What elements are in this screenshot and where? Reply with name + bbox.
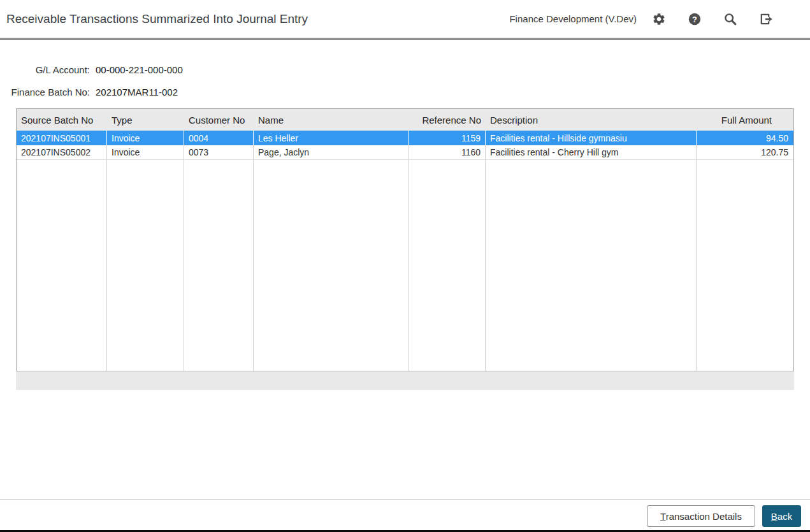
header-icon-group: ? [652, 12, 773, 26]
finance-batch-field: Finance Batch No: 202107MAR11-002 [5, 87, 178, 97]
cell-full-amount[interactable]: 94.50 [697, 131, 793, 145]
empty-cell [184, 160, 254, 371]
grid-row[interactable]: 202107INS05002 Invoice 0073 Page, Jaclyn… [17, 145, 793, 160]
cell-source-batch-no[interactable]: 202107INS05002 [17, 145, 107, 159]
cell-name[interactable]: Les Heller [254, 131, 409, 145]
search-icon[interactable] [723, 12, 737, 26]
empty-cell [254, 160, 409, 371]
transactions-grid: Source Batch No Type Customer No Name Re… [16, 108, 794, 371]
finance-batch-label: Finance Batch No: [5, 87, 90, 97]
cell-full-amount[interactable]: 120.75 [697, 145, 793, 159]
gl-account-label: G/L Account: [5, 64, 90, 75]
cell-reference-no[interactable]: 1160 [409, 145, 486, 159]
empty-cell [409, 160, 486, 371]
column-header-description[interactable]: Description [486, 115, 697, 126]
header-divider [0, 38, 810, 40]
cell-source-batch-no[interactable]: 202107INS05001 [17, 131, 107, 145]
svg-text:?: ? [692, 14, 697, 24]
cell-type[interactable]: Invoice [107, 145, 184, 159]
settings-icon[interactable] [652, 12, 666, 26]
column-header-customer-no[interactable]: Customer No [184, 115, 254, 126]
header-actions: Finance Development (V.Dev) ? [509, 0, 773, 38]
cell-customer-no[interactable]: 0073 [184, 145, 254, 159]
empty-cell [697, 160, 793, 371]
app-window: Receivable Transactions Summarized Into … [0, 0, 810, 532]
gl-account-field: G/L Account: 00-000-221-000-000 [5, 64, 183, 75]
cell-type[interactable]: Invoice [107, 131, 184, 145]
cell-description[interactable]: Facilities rental - Cherry Hill gym [486, 145, 697, 159]
footer-divider [0, 499, 810, 500]
environment-label: Finance Development (V.Dev) [509, 13, 637, 24]
cell-name[interactable]: Page, Jaclyn [254, 145, 409, 159]
cell-customer-no[interactable]: 0004 [184, 131, 254, 145]
column-header-source-batch-no[interactable]: Source Batch No [17, 115, 107, 126]
empty-cell [486, 160, 697, 371]
cell-reference-no[interactable]: 1159 [409, 131, 486, 145]
empty-cell [17, 160, 107, 371]
grid-row-selected[interactable]: 202107INS05001 Invoice 0004 Les Heller 1… [17, 131, 793, 145]
grid-empty-area [17, 160, 793, 371]
gl-account-value: 00-000-221-000-000 [96, 64, 183, 75]
grid-header-row: Source Batch No Type Customer No Name Re… [17, 109, 793, 131]
grid-scrollbar-strip [16, 372, 794, 390]
header-bar: Receivable Transactions Summarized Into … [0, 0, 810, 38]
signout-icon[interactable] [759, 12, 773, 26]
transaction-details-button[interactable]: Transaction Details [647, 505, 755, 527]
column-header-name[interactable]: Name [254, 115, 409, 126]
column-header-reference-no[interactable]: Reference No [409, 115, 486, 126]
back-button[interactable]: Back [762, 505, 801, 527]
help-icon[interactable]: ? [688, 12, 702, 26]
column-header-type[interactable]: Type [107, 115, 184, 126]
column-header-full-amount[interactable]: Full Amount [697, 115, 793, 126]
page-title: Receivable Transactions Summarized Into … [6, 0, 308, 38]
cell-description[interactable]: Facilities rental - Hillside gymnasiu [486, 131, 697, 145]
finance-batch-value: 202107MAR11-002 [96, 87, 178, 97]
empty-cell [107, 160, 184, 371]
